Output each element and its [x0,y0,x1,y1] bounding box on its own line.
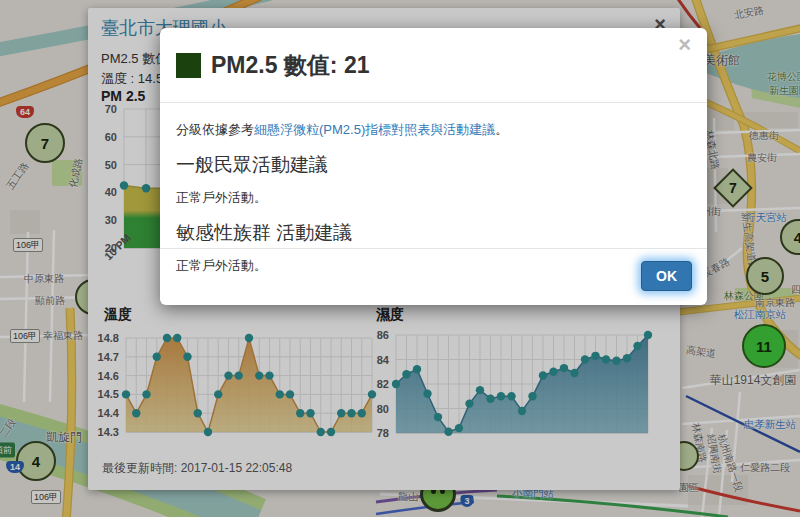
modal-body: 分級依據參考細懸浮微粒(PM2.5)指標對照表與活動建議。 一般民眾活動建議 正… [160,103,707,248]
chart-point[interactable] [444,428,452,436]
chart-point[interactable] [602,355,610,363]
general-public-heading: 一般民眾活動建議 [176,152,691,178]
ok-button[interactable]: OK [641,261,692,291]
map-marker-badge[interactable]: 106甲 [13,238,43,252]
map-marker-shield-red[interactable]: 64 [16,106,34,118]
y-tick-label: 14.7 [98,351,119,363]
chart-point[interactable] [224,371,232,379]
chart-point[interactable] [455,424,463,432]
chart-point[interactable] [644,331,652,339]
chart-point[interactable] [120,181,128,189]
reference-text: 分級依據參考細懸浮微粒(PM2.5)指標對照表與活動建議。 [176,121,691,139]
map-marker-badge[interactable]: 106甲 [10,329,40,343]
chart-point[interactable] [255,371,263,379]
chart-area [126,338,372,432]
chart-point[interactable] [163,334,171,342]
temperature-chart-title: 溫度 [104,306,132,324]
y-tick-label: 60 [105,131,117,143]
y-tick-label: 14.5 [98,388,119,400]
y-tick-label: 40 [105,186,117,198]
chart-point[interactable] [402,370,410,378]
map-marker-shield-blue[interactable]: 3 [460,495,473,507]
reference-prefix: 分級依據參考 [176,122,254,137]
y-tick-label: 84 [377,354,390,366]
chart-point[interactable] [528,392,536,400]
y-tick-label: 14.8 [98,332,119,344]
temperature-line: 溫度 : 14.5° [101,70,168,88]
y-tick-label: 82 [377,378,389,390]
chart-point[interactable] [296,409,304,417]
modal-footer: OK [160,248,707,305]
chart-point[interactable] [142,184,150,192]
chart-point[interactable] [317,428,325,436]
map-marker-circle-bright[interactable]: 11 [742,324,786,368]
map-marker-sign[interactable]: 頭前 [0,443,15,458]
temperature-chart: 14.814.714.614.514.414.3 [96,326,392,456]
map-marker-badge[interactable]: 106甲 [31,490,61,504]
modal-header: PM2.5 數值: 21 [160,28,707,103]
chart-point[interactable] [539,371,547,379]
chart-point[interactable] [306,409,314,417]
app-window: 五工路化成路中原東路顯前路幸福東路二段凱旋門龍山小南門站北安路立美術館花博公園新… [0,0,800,517]
y-tick-label: 50 [105,159,117,171]
y-tick-label: 80 [377,403,389,415]
chart-point[interactable] [507,392,515,400]
chart-point[interactable] [204,428,212,436]
y-tick-label: 86 [377,329,389,341]
map-marker-circle[interactable]: 5 [746,257,784,295]
chart-point[interactable] [286,390,294,398]
y-tick-label: 70 [105,103,117,115]
y-tick-label: 14.3 [98,426,119,438]
map-marker-diamond[interactable]: 7 [713,168,753,208]
chart-point[interactable] [142,390,150,398]
chart-point[interactable] [122,390,130,398]
chart-point[interactable] [153,353,161,361]
chart-point[interactable] [591,352,599,360]
chart-point[interactable] [486,395,494,403]
y-tick-label: 78 [377,427,389,439]
chart-point[interactable] [276,390,284,398]
chart-point[interactable] [581,355,589,363]
pm25-value-line: PM2.5 數值 [101,50,168,68]
chart-point[interactable] [413,365,421,373]
chart-point[interactable] [132,409,140,417]
chart-point[interactable] [423,390,431,398]
chart-point[interactable] [183,353,191,361]
chart-point[interactable] [570,369,578,377]
chart-point[interactable] [633,342,641,350]
map-marker-circle[interactable]: 7 [25,123,65,163]
last-updated-text: 最後更新時間: 2017-01-15 22:05:48 [102,460,292,477]
y-tick-label: 30 [105,214,117,226]
pm25-advice-modal: × PM2.5 數值: 21 分級依據參考細懸浮微粒(PM2.5)指標對照表與活… [160,28,707,305]
sensitive-group-heading: 敏感性族群 活動建議 [176,220,691,246]
chart-point[interactable] [560,364,568,372]
chart-point[interactable] [518,407,526,415]
general-public-advice: 正常戶外活動。 [176,189,691,207]
reference-suffix: 。 [495,122,508,137]
chart-point[interactable] [173,334,181,342]
humidity-chart-title: 濕度 [376,306,404,324]
chart-point[interactable] [434,413,442,421]
chart-point[interactable] [392,380,400,388]
y-tick-label: 14.4 [98,407,120,419]
chart-point[interactable] [623,354,631,362]
chart-point[interactable] [214,390,222,398]
modal-title: PM2.5 數值: 21 [211,50,370,81]
chart-point[interactable] [265,371,273,379]
chart-point[interactable] [327,428,335,436]
chart-point[interactable] [497,392,505,400]
chart-point[interactable] [612,357,620,365]
chart-point[interactable] [549,368,557,376]
chart-point[interactable] [476,386,484,394]
chart-point[interactable] [245,334,253,342]
pm25-reference-link[interactable]: 細懸浮微粒(PM2.5)指標對照表與活動建議 [254,122,495,137]
pm25-color-swatch [176,53,201,78]
map-marker-circle[interactable]: 4 [780,219,800,255]
chart-point[interactable] [465,399,473,407]
chart-point[interactable] [235,371,243,379]
chart-point[interactable] [347,409,355,417]
chart-point[interactable] [194,409,202,417]
chart-point[interactable] [358,409,366,417]
chart-point[interactable] [337,409,345,417]
humidity-chart: 8684828078 [366,326,666,456]
